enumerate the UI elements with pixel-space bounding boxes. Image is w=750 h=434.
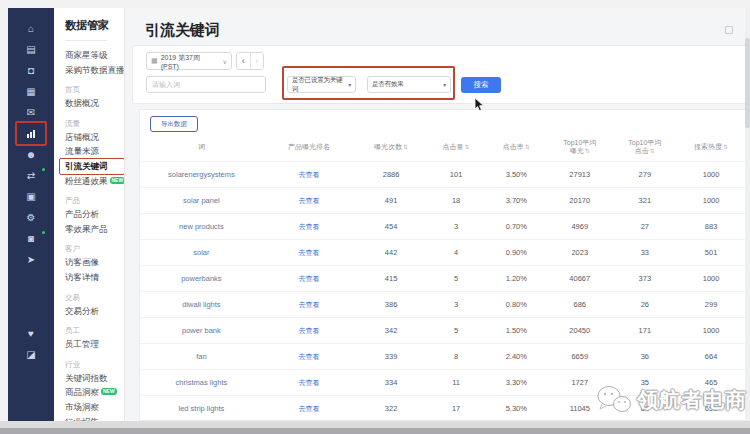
sidebar-section-label: 产品 (65, 194, 124, 207)
rail-item-analytics[interactable] (8, 123, 54, 144)
rail-item-favorites[interactable]: ♥ (8, 323, 54, 344)
sidebar-item-label: 产品分析 (65, 209, 99, 219)
sort-icon[interactable]: ⇅ (650, 148, 655, 154)
expand-icon[interactable] (725, 26, 733, 34)
sidebar-item[interactable]: 市场洞察 (65, 400, 124, 415)
sidebar-item[interactable]: 零效果产品 (65, 222, 124, 237)
week-picker-value: 2019 第37周 (PST) (161, 53, 220, 70)
column-header[interactable]: 点击量⇅ (427, 143, 486, 151)
sidebar-item[interactable]: 流量来源 (65, 144, 124, 159)
column-header: 产品曝光排名 (263, 143, 356, 151)
table-row: power bank去查看34251.50%204501711000 (140, 317, 745, 343)
search-heat-cell: 1000 (677, 170, 745, 179)
search-button[interactable]: 搜索 (461, 77, 501, 93)
column-header[interactable]: 搜索热度⇅ (677, 143, 745, 151)
top10-clicks-cell: 27 (612, 222, 677, 231)
main-content: 引流关键词 ▦ 2019 第37周 (PST) ∨ ‹ › 是否已设置为关键词 … (125, 8, 750, 421)
sidebar-item-label: 零效果产品 (65, 224, 108, 234)
rail-item-apps[interactable]: ▦ (8, 81, 54, 102)
scrollbar-thumb[interactable] (745, 38, 750, 128)
rail-item-messages[interactable]: ✉ (8, 102, 54, 123)
sidebar-item[interactable]: 产品分析 (65, 207, 124, 222)
view-ranking-link[interactable]: 去查看 (263, 404, 356, 414)
sort-icon[interactable]: ⇅ (525, 144, 530, 150)
sidebar-section-label: 首页 (65, 83, 124, 96)
keyword-cell: power bank (140, 326, 263, 335)
icon-rail: ⌂▤◘▦✉☻⇄▣⚙◙➤♥◪ (8, 8, 54, 421)
chevron-down-icon: ∨ (223, 58, 227, 65)
marketing-icon: ◙ (28, 234, 34, 244)
column-header-label: 搜索热度 (694, 143, 722, 150)
sidebar-item-label: 引流关键词 (65, 161, 108, 171)
view-ranking-link[interactable]: 去查看 (263, 274, 356, 284)
scrollbar[interactable] (745, 8, 750, 421)
rail-item-contacts[interactable]: ☻ (8, 144, 54, 165)
sort-icon[interactable]: ⇅ (465, 144, 470, 150)
rail-item-home[interactable]: ⌂ (8, 18, 54, 39)
view-ranking-link[interactable]: 去查看 (263, 248, 356, 258)
table-row: diwali lights去查看38630.80%68626299 (140, 291, 745, 317)
rail-item-marketing[interactable]: ◙ (8, 228, 54, 249)
app-title: 数据管家 (65, 18, 124, 33)
rail-item-orders[interactable]: ▤ (8, 39, 54, 60)
sort-icon[interactable]: ⇅ (585, 148, 590, 154)
sidebar-item[interactable]: 访客详情 (65, 270, 124, 285)
column-header[interactable]: Top10平均曝光⇅ (547, 139, 612, 155)
top10-exposure-cell: 40667 (547, 274, 612, 283)
keyword-cell: led strip lights (140, 404, 263, 413)
prev-week-button[interactable]: ‹ (237, 53, 251, 69)
apps-icon: ▦ (26, 87, 35, 97)
sidebar-item[interactable]: 关键词指数 (65, 371, 124, 386)
rail-item-send[interactable]: ➤ (8, 249, 54, 270)
column-header-label: Top10平均点击 (628, 139, 661, 154)
ctr-cell: 1.50% (485, 326, 547, 335)
top10-clicks-cell: 171 (612, 326, 677, 335)
business-icon: ◪ (26, 350, 35, 360)
next-week-button[interactable]: › (251, 53, 264, 69)
sidebar-item[interactable]: 店铺概况 (65, 130, 124, 145)
view-ranking-link[interactable]: 去查看 (263, 196, 356, 206)
week-picker[interactable]: ▦ 2019 第37周 (PST) ∨ (146, 52, 232, 70)
sort-icon[interactable]: ⇅ (403, 144, 408, 150)
effective-dropdown[interactable]: 是否有效果 ▾ (367, 76, 451, 93)
sidebar-section-label: 交易 (65, 291, 124, 304)
top10-clicks-cell: 279 (612, 170, 677, 179)
sidebar-item[interactable]: 商家星等级 (65, 48, 124, 63)
view-ranking-link[interactable]: 去查看 (263, 170, 356, 180)
exposure-count-cell: 339 (355, 352, 426, 361)
rail-item-settings[interactable]: ⚙ (8, 207, 54, 228)
settings-icon: ⚙ (27, 213, 36, 223)
sidebar-item[interactable]: 粉丝通效果NEW (65, 174, 124, 189)
column-header[interactable]: 曝光次数⇅ (355, 143, 426, 151)
search-heat-cell: 501 (677, 248, 745, 257)
view-ranking-link[interactable]: 去查看 (263, 378, 356, 388)
sidebar-item-label: 采购节数据直播间 (65, 65, 125, 75)
keyword-search-input[interactable] (146, 76, 266, 93)
rail-item-protection[interactable]: ◘ (8, 60, 54, 81)
sidebar-item[interactable]: 采购节数据直播间 (65, 63, 124, 78)
sidebar-item[interactable]: 数据概况 (65, 96, 124, 111)
sidebar-item[interactable]: 访客画像 (65, 255, 124, 270)
rail-item-business[interactable]: ◪ (8, 344, 54, 365)
export-data-button[interactable]: 导出数据 (150, 116, 198, 132)
clicks-cell: 3 (427, 300, 486, 309)
sidebar-item[interactable]: 商品洞察NEW (65, 385, 124, 400)
watermark-text: 领航者电商 (637, 386, 747, 414)
exposure-count-cell: 2886 (355, 170, 426, 179)
view-ranking-link[interactable]: 去查看 (263, 222, 356, 232)
keyword-set-dropdown[interactable]: 是否已设置为关键词 ▾ (287, 76, 356, 93)
view-ranking-link[interactable]: 去查看 (263, 326, 356, 336)
column-header[interactable]: Top10平均点击⇅ (612, 139, 677, 155)
wechat-logo-icon (596, 384, 632, 416)
view-ranking-link[interactable]: 去查看 (263, 300, 356, 310)
view-ranking-link[interactable]: 去查看 (263, 352, 356, 362)
rail-item-transfer[interactable]: ⇄ (8, 165, 54, 186)
rail-item-products[interactable]: ▣ (8, 186, 54, 207)
column-header-label: 产品曝光排名 (288, 143, 330, 150)
sidebar-item[interactable]: 引流关键词 (65, 159, 124, 174)
sort-icon[interactable]: ⇅ (723, 144, 728, 150)
column-header[interactable]: 点击率⇅ (485, 143, 547, 151)
top10-exposure-cell: 6659 (547, 352, 612, 361)
sidebar-item[interactable]: 员工管理 (65, 337, 124, 352)
sidebar-item[interactable]: 交易分析 (65, 304, 124, 319)
